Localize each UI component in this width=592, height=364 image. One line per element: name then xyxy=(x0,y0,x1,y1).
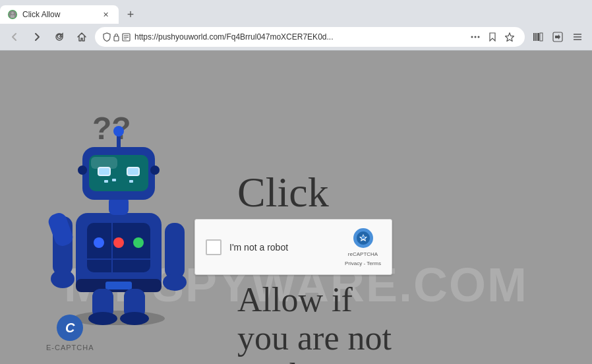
svg-point-48 xyxy=(150,166,160,175)
tab-title: Click Allow xyxy=(22,10,95,19)
svg-point-10 xyxy=(478,36,480,38)
svg-point-51 xyxy=(133,237,144,248)
url-bar[interactable]: https://pushyouworld.com/Fq4Brrul047moXC… xyxy=(95,27,525,47)
svg-rect-15 xyxy=(540,33,543,41)
back-button[interactable] xyxy=(5,28,24,46)
page-content: MY-SPYWARE.COM ?? xyxy=(0,51,592,364)
reload-button[interactable] xyxy=(50,28,69,46)
home-button[interactable] xyxy=(73,28,91,46)
bookmark-icon[interactable] xyxy=(485,30,500,44)
star-icon[interactable] xyxy=(502,30,517,44)
svg-rect-14 xyxy=(537,33,539,41)
sync-button[interactable] xyxy=(548,28,567,46)
new-tab-button[interactable]: + xyxy=(121,5,140,24)
text-line3: you are not xyxy=(237,319,392,357)
text-line1: Click xyxy=(237,169,329,216)
recaptcha-brand-text: reCAPTCHA xyxy=(348,251,378,258)
svg-point-1 xyxy=(11,12,14,15)
recaptcha-widget: I'm not a robot reCAPTCHA Privacy - Term… xyxy=(194,219,392,275)
svg-rect-3 xyxy=(114,36,119,41)
svg-point-49 xyxy=(94,237,104,248)
svg-rect-13 xyxy=(535,33,537,41)
recaptcha-terms-link[interactable]: Terms xyxy=(367,260,381,266)
menu-button[interactable] xyxy=(568,28,587,46)
svg-point-50 xyxy=(113,237,124,248)
svg-point-46 xyxy=(113,126,124,136)
text-a-robot: a robot xyxy=(237,357,592,364)
url-text: https://pushyouworld.com/Fq4Brrul047moXC… xyxy=(134,32,464,42)
svg-rect-42 xyxy=(104,180,108,183)
active-tab[interactable]: Click Allow ✕ xyxy=(0,5,119,24)
text-line4: a robot xyxy=(237,357,334,364)
library-button[interactable] xyxy=(529,28,547,46)
forward-button[interactable] xyxy=(28,28,46,46)
tab-favicon xyxy=(8,10,17,19)
svg-marker-11 xyxy=(506,33,514,42)
robot-illustration xyxy=(40,101,198,325)
svg-point-8 xyxy=(471,36,473,38)
svg-rect-28 xyxy=(165,223,185,279)
browser-chrome: Click Allow ✕ + https://pus xyxy=(0,0,592,51)
recaptcha-branding: reCAPTCHA Privacy - Terms xyxy=(345,228,381,266)
address-bar: https://pushyouworld.com/Fq4Brrul047moXC… xyxy=(0,24,592,50)
svg-point-29 xyxy=(163,274,187,291)
security-icon xyxy=(103,32,131,42)
svg-rect-40 xyxy=(99,168,109,175)
url-actions xyxy=(468,30,517,44)
recaptcha-links: Privacy - Terms xyxy=(345,260,381,266)
text-allow-if: Allow if xyxy=(237,281,592,318)
ecaptcha-icon: C xyxy=(57,315,83,341)
toolbar-right xyxy=(529,28,587,46)
svg-rect-43 xyxy=(112,179,116,181)
svg-rect-41 xyxy=(128,168,138,175)
ecaptcha-logo: C E-CAPTCHA xyxy=(46,315,94,351)
recaptcha-checkbox[interactable] xyxy=(206,239,222,255)
svg-rect-24 xyxy=(105,282,132,289)
svg-point-33 xyxy=(120,312,149,325)
ecaptcha-label: E-CAPTCHA xyxy=(46,344,94,351)
svg-rect-12 xyxy=(533,33,535,41)
svg-point-47 xyxy=(78,166,87,175)
tab-bar: Click Allow ✕ + xyxy=(0,0,592,24)
text-you-are-not: you are not xyxy=(237,319,592,357)
text-click: Click xyxy=(237,169,592,216)
text-line2: Allow if xyxy=(237,281,353,318)
recaptcha-label: I'm not a robot xyxy=(229,242,337,253)
svg-point-9 xyxy=(475,36,477,38)
url-options-button[interactable] xyxy=(468,30,483,44)
recaptcha-privacy-link[interactable]: Privacy xyxy=(345,260,362,266)
svg-point-26 xyxy=(51,270,74,288)
tab-close-button[interactable]: ✕ xyxy=(100,9,111,20)
svg-rect-44 xyxy=(129,180,133,183)
svg-rect-2 xyxy=(11,15,15,18)
